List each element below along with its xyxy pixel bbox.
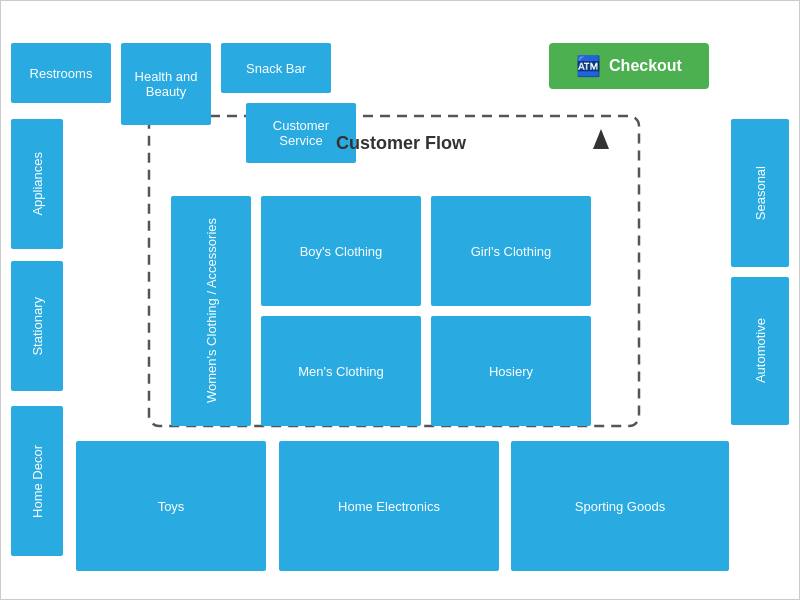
dept-home-decor: Home Decor xyxy=(11,406,63,556)
dept-girls-clothing: Girl's Clothing xyxy=(431,196,591,306)
dept-health-beauty: Health and Beauty xyxy=(121,43,211,125)
arrow-up xyxy=(593,129,609,149)
dept-womens-clothing: Women's Clothing / Accessories xyxy=(171,196,251,426)
checkout-label: Checkout xyxy=(609,57,682,75)
dept-stationary: Stationary xyxy=(11,261,63,391)
dept-restrooms: Restrooms xyxy=(11,43,111,103)
dept-snack-bar: Snack Bar xyxy=(221,43,331,93)
dept-appliances: Appliances xyxy=(11,119,63,249)
dept-hosiery: Hosiery xyxy=(431,316,591,426)
dept-mens-clothing: Men's Clothing xyxy=(261,316,421,426)
store-map: 🏧 Checkout Restrooms Health and Beauty S… xyxy=(0,0,800,600)
dept-sporting-goods: Sporting Goods xyxy=(511,441,729,571)
dept-boys-clothing: Boy's Clothing xyxy=(261,196,421,306)
checkout-button[interactable]: 🏧 Checkout xyxy=(549,43,709,89)
dept-automotive: Automotive xyxy=(731,277,789,425)
dept-toys: Toys xyxy=(76,441,266,571)
dept-seasonal: Seasonal xyxy=(731,119,789,267)
dept-home-electronics: Home Electronics xyxy=(279,441,499,571)
customer-flow-label: Customer Flow xyxy=(271,133,531,154)
cash-register-icon: 🏧 xyxy=(576,54,601,78)
